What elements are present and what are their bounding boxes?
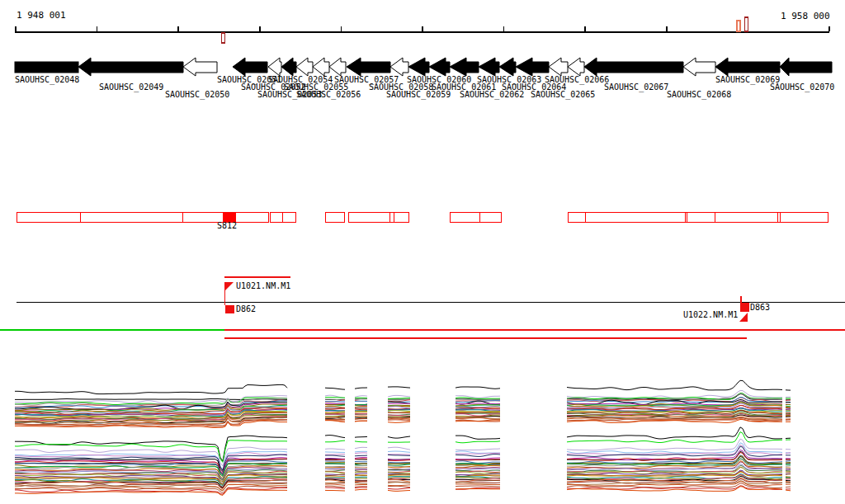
profile-line <box>355 459 367 459</box>
profile-line <box>325 455 345 455</box>
gene-arrow-SAOUHSC_02053[interactable] <box>281 58 296 76</box>
profile-line <box>388 411 410 412</box>
u1022-flag[interactable] <box>739 313 748 322</box>
profile-line <box>325 463 345 464</box>
profile-line <box>456 489 500 490</box>
profile-line <box>388 412 410 413</box>
repeat-box[interactable] <box>568 212 828 222</box>
tracks-canvas[interactable] <box>0 0 845 504</box>
repeat-box[interactable] <box>348 212 389 222</box>
profile-line <box>786 490 791 491</box>
gene-arrow-SAOUHSC_02048[interactable] <box>15 62 78 73</box>
profile-line <box>355 483 367 484</box>
gene-arrow-SAOUHSC_02066[interactable] <box>568 58 584 76</box>
profile-line <box>786 406 791 407</box>
repeat-box[interactable] <box>282 212 295 222</box>
profile-line <box>388 395 410 397</box>
profile-line <box>388 462 410 463</box>
profile-line <box>325 455 345 456</box>
gene-arrow-SAOUHSC_02061[interactable] <box>450 58 479 76</box>
profile-line <box>388 451 410 452</box>
profile-line <box>567 380 782 390</box>
repeat-box[interactable] <box>270 212 282 222</box>
repeat-box[interactable] <box>389 212 394 222</box>
ruler-marker[interactable] <box>222 33 225 43</box>
profile-line <box>567 427 782 439</box>
gene-arrow-SAOUHSC_02050[interactable] <box>183 58 217 76</box>
profile-line <box>15 384 287 393</box>
gene-arrow-SAOUHSC_02058[interactable] <box>390 58 408 76</box>
profile-line <box>388 475 410 476</box>
profile-line <box>355 466 367 467</box>
gene-arrow-SAOUHSC_02055[interactable] <box>313 58 329 76</box>
gene-arrow-SAOUHSC_02052[interactable] <box>268 58 281 76</box>
repeat-segment-label: S812 <box>217 222 237 230</box>
feature-label-u1021: U1021.NM.M1 <box>236 282 290 290</box>
ruler-marker[interactable] <box>737 21 740 31</box>
profile-line <box>786 477 791 478</box>
profile-line <box>355 488 367 488</box>
gene-arrow-SAOUHSC_02067[interactable] <box>584 58 683 76</box>
gene-arrow-SAOUHSC_02051[interactable] <box>233 58 267 76</box>
ruler-marker[interactable] <box>745 17 748 31</box>
profile-line <box>456 455 500 457</box>
d863-box[interactable] <box>740 303 749 312</box>
profile-line <box>325 388 345 389</box>
repeat-box[interactable] <box>450 212 479 222</box>
d862-box[interactable] <box>225 305 234 313</box>
gene-arrow-SAOUHSC_02049[interactable] <box>78 58 183 76</box>
profile-line <box>388 471 410 472</box>
profile-line <box>325 440 345 442</box>
profile-line <box>355 487 367 488</box>
profile-line <box>388 422 410 422</box>
profile-line <box>15 398 287 399</box>
gene-arrow-SAOUHSC_02060[interactable] <box>429 58 450 76</box>
feature-label-u1022: U1022.NM.M1 <box>683 311 738 319</box>
profile-line <box>456 486 500 487</box>
u1021-flag[interactable] <box>224 282 234 291</box>
profile-line <box>388 486 410 487</box>
profile-line <box>786 478 791 478</box>
profile-line <box>355 396 367 398</box>
profile-band-upper <box>15 380 791 427</box>
gene-arrow-SAOUHSC_02057[interactable] <box>347 58 390 76</box>
gene-arrow-SAOUHSC_02064[interactable] <box>516 58 549 76</box>
gene-arrow-SAOUHSC_02063[interactable] <box>499 58 516 76</box>
profile-line <box>325 484 345 485</box>
gene-arrow-SAOUHSC_02056[interactable] <box>329 58 346 76</box>
profile-line <box>388 490 410 491</box>
repeat-box[interactable] <box>394 212 408 222</box>
profile-line <box>456 461 500 464</box>
profile-line <box>456 441 500 443</box>
profile-line <box>388 415 410 416</box>
profile-line <box>325 452 345 453</box>
feature-label-d862: D862 <box>236 305 256 313</box>
profile-line <box>325 477 345 478</box>
gene-arrow-SAOUHSC_02062[interactable] <box>479 58 499 76</box>
gene-arrow-SAOUHSC_02070[interactable] <box>780 58 832 76</box>
profile-line <box>355 409 367 410</box>
profile-line <box>456 484 500 485</box>
gene-arrow-SAOUHSC_02065[interactable] <box>549 58 568 76</box>
repeat-box[interactable] <box>479 212 501 222</box>
gene-arrow-SAOUHSC_02068[interactable] <box>683 58 715 76</box>
profile-line <box>325 488 345 488</box>
profile-line <box>325 466 345 467</box>
profile-line <box>567 487 782 492</box>
gene-arrow-SAOUHSC_02054[interactable] <box>296 58 313 76</box>
gene-arrow-SAOUHSC_02059[interactable] <box>408 58 429 76</box>
ruler-end-coordinate: 1 958 000 <box>781 12 830 21</box>
profile-line <box>388 455 410 455</box>
profile-line <box>325 467 345 468</box>
profile-line <box>388 436 410 438</box>
profile-line <box>388 483 410 483</box>
profile-line <box>355 447 367 448</box>
gene-arrow-SAOUHSC_02069[interactable] <box>715 58 780 76</box>
repeat-box[interactable] <box>325 212 344 222</box>
profile-line <box>325 403 345 404</box>
profile-line <box>15 489 287 496</box>
profile-line <box>355 482 367 483</box>
profile-line <box>325 398 345 398</box>
profile-line <box>355 407 367 407</box>
ruler-start-coordinate: 1 948 001 <box>17 11 66 20</box>
